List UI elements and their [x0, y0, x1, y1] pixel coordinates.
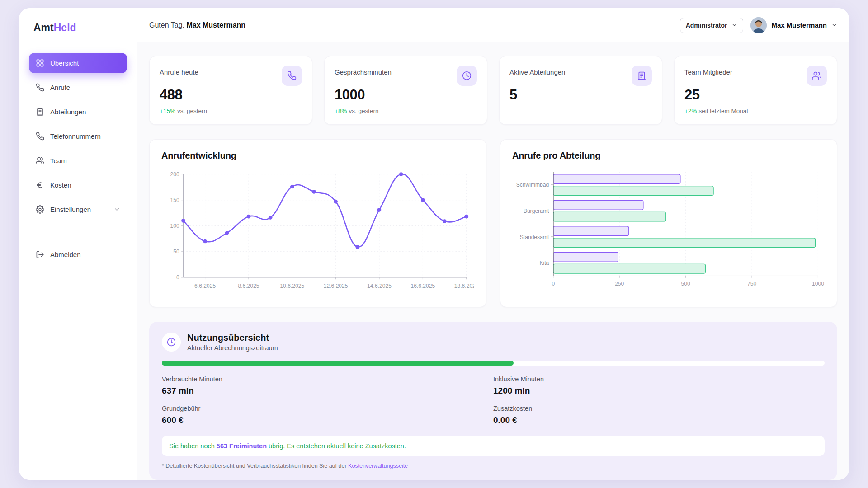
building-icon	[637, 71, 646, 80]
footnote-text: * Detaillierte Kostenübersicht und Verbr…	[162, 463, 348, 469]
stat-icon-badge	[282, 66, 302, 86]
svg-text:Bürgeramt: Bürgeramt	[524, 208, 549, 214]
dashboard-content: Anrufe heute 488 +15%vs. gestern Gespräc…	[137, 42, 849, 480]
stat-delta: +2%seit letztem Monat	[684, 108, 827, 115]
stat-delta-note: vs. gestern	[177, 108, 207, 114]
chevron-down-icon	[113, 206, 120, 213]
usage-item-value: 637 min	[162, 386, 493, 396]
sidebar-item-uebersicht[interactable]: Übersicht	[29, 53, 127, 73]
usage-item-grundgebuehr: Grundgebühr 600 €	[162, 405, 493, 425]
header-controls: Administrator	[680, 17, 837, 33]
free-minutes-notice: Sie haben noch 563 Freiminuten übrig. Es…	[162, 436, 825, 456]
stat-label: Aktive Abteilungen	[509, 66, 565, 76]
bar-chart: 02505007501000SchwimmbadBürgeramtStandes…	[512, 167, 825, 292]
clock-icon	[462, 71, 472, 80]
role-select-value: Administrator	[686, 22, 727, 29]
phone-icon	[36, 83, 44, 92]
usage-item-label: Zusatzkosten	[493, 405, 825, 412]
svg-text:1000: 1000	[812, 281, 824, 287]
sidebar-item-abmelden[interactable]: Abmelden	[29, 244, 127, 265]
main-area: Guten Tag, Max Mustermann Administrator	[137, 8, 849, 480]
notice-suffix: übrig. Es entstehen aktuell keine Zusatz…	[267, 442, 406, 450]
user-menu[interactable]: Max Mustermann	[750, 17, 837, 33]
kostenverwaltung-link[interactable]: Kostenverwaltungsseite	[348, 463, 408, 469]
usage-item-label: Verbrauchte Minuten	[162, 375, 493, 383]
line-chart-title: Anrufentwicklung	[161, 150, 474, 161]
sidebar-item-anrufe[interactable]: Anrufe	[29, 77, 127, 98]
usage-item-label: Inklusive Minuten	[493, 375, 825, 383]
user-avatar	[750, 17, 767, 33]
stat-value: 488	[160, 87, 302, 103]
building-icon	[36, 108, 44, 116]
usage-item-verbrauchte-minuten: Verbrauchte Minuten 637 min	[162, 375, 493, 396]
stat-delta-note: vs. gestern	[349, 108, 378, 114]
stat-icon-badge	[807, 66, 827, 86]
chevron-down-icon	[731, 22, 737, 28]
svg-text:0: 0	[552, 281, 555, 287]
usage-footnote: * Detaillierte Kostenübersicht und Verbr…	[162, 463, 825, 469]
chevron-down-icon	[831, 22, 837, 28]
users-icon	[812, 71, 821, 80]
phone-icon	[36, 132, 44, 141]
stat-icon-badge	[457, 66, 477, 86]
sidebar-item-label: Anrufe	[50, 84, 70, 91]
sidebar-item-abteilungen[interactable]: Abteilungen	[29, 102, 127, 122]
svg-text:6.6.2025: 6.6.2025	[194, 283, 216, 289]
clock-icon-badge	[162, 333, 181, 352]
logo-suffix: Held	[54, 22, 76, 33]
svg-text:18.6.2025: 18.6.2025	[454, 283, 474, 289]
svg-text:750: 750	[747, 281, 756, 287]
charts-row: Anrufentwicklung 0501001502006.6.20258.6…	[149, 139, 837, 307]
stat-card-team-mitglieder: Team Mitglieder 25 +2%seit letztem Monat	[674, 56, 837, 125]
sidebar-item-label: Telefonnummern	[50, 132, 101, 140]
svg-text:0: 0	[176, 274, 179, 281]
stat-delta-value: +15%	[160, 108, 175, 114]
phone-icon	[287, 71, 297, 80]
greeting: Guten Tag, Max Mustermann	[149, 21, 245, 29]
usage-item-value: 600 €	[162, 415, 493, 425]
euro-icon	[36, 181, 44, 189]
usage-progress-track	[162, 361, 825, 366]
users-icon	[36, 156, 44, 165]
svg-text:50: 50	[173, 249, 179, 255]
sidebar-item-einstellungen[interactable]: Einstellungen	[29, 199, 127, 220]
sidebar: AmtHeld Übersicht Anrufe Abteilungen Tel…	[19, 8, 137, 480]
usage-progress-fill	[162, 361, 514, 366]
sidebar-item-label: Team	[50, 157, 67, 164]
usage-item-value: 0.00 €	[493, 415, 825, 425]
stat-delta-value: +2%	[684, 108, 697, 114]
stat-value: 1000	[335, 87, 477, 103]
usage-subtitle: Aktueller Abrechnungszeitraum	[187, 344, 278, 352]
logout-icon	[36, 250, 44, 259]
svg-text:8.6.2025: 8.6.2025	[238, 283, 259, 289]
user-menu-name: Max Mustermann	[771, 21, 827, 29]
sidebar-item-kosten[interactable]: Kosten	[29, 175, 127, 195]
gear-icon	[36, 205, 44, 214]
sidebar-item-label: Kosten	[50, 181, 71, 189]
usage-overview-card: Nutzungsübersicht Aktueller Abrechnungsz…	[149, 322, 837, 480]
top-header: Guten Tag, Max Mustermann Administrator	[137, 8, 849, 42]
sidebar-nav: Übersicht Anrufe Abteilungen Telefonnumm…	[29, 53, 127, 265]
svg-text:500: 500	[681, 281, 690, 287]
app-logo: AmtHeld	[29, 20, 127, 34]
stat-label: Anrufe heute	[160, 66, 198, 76]
stat-value: 5	[509, 87, 652, 103]
sidebar-item-label: Abteilungen	[50, 108, 86, 116]
svg-text:16.6.2025: 16.6.2025	[410, 283, 435, 289]
sidebar-item-label: Einstellungen	[50, 206, 91, 213]
svg-text:Kita: Kita	[539, 260, 549, 266]
stat-delta	[509, 108, 652, 115]
svg-text:100: 100	[170, 223, 179, 229]
sidebar-item-telefonnummern[interactable]: Telefonnummern	[29, 126, 127, 146]
svg-text:200: 200	[170, 171, 179, 178]
stat-card-anrufe-heute: Anrufe heute 488 +15%vs. gestern	[149, 56, 312, 125]
sidebar-item-team[interactable]: Team	[29, 150, 127, 171]
stat-icon-badge	[632, 66, 652, 86]
usage-stats-grid: Verbrauchte Minuten 637 min Inklusive Mi…	[162, 375, 825, 425]
svg-text:Standesamt: Standesamt	[520, 234, 549, 240]
line-chart-card: Anrufentwicklung 0501001502006.6.20258.6…	[149, 139, 486, 307]
sidebar-item-label: Abmelden	[50, 251, 81, 258]
usage-item-label: Grundgebühr	[162, 405, 493, 412]
role-select[interactable]: Administrator	[680, 18, 744, 33]
stat-label: Team Mitglieder	[684, 66, 732, 76]
